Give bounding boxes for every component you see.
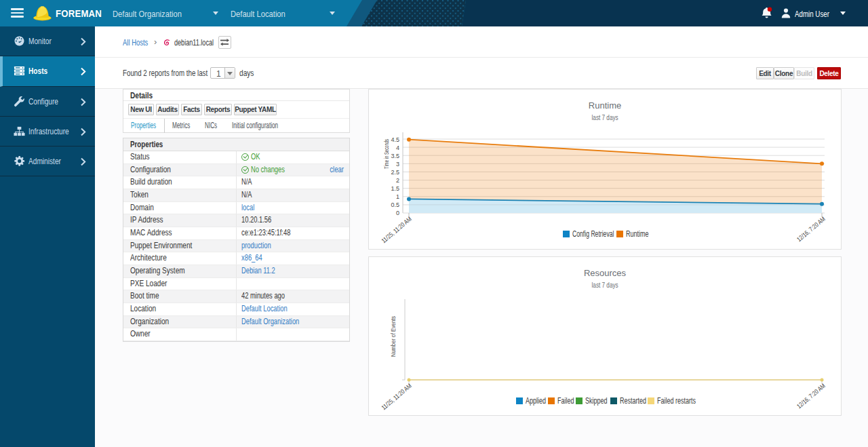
svg-text:3: 3	[396, 161, 399, 168]
svg-text:Number of Events: Number of Events	[390, 316, 397, 357]
svg-text:4: 4	[396, 144, 399, 151]
svg-text:2: 2	[396, 177, 399, 184]
svg-text:3.5: 3.5	[391, 153, 399, 159]
svg-text:0: 0	[396, 210, 399, 216]
svg-text:4.5: 4.5	[391, 136, 399, 143]
svg-text:1.5: 1.5	[391, 185, 399, 192]
svg-text:0.5: 0.5	[391, 201, 399, 208]
svg-text:Time in Seconds: Time in Seconds	[383, 139, 390, 169]
svg-text:1: 1	[396, 193, 399, 200]
svg-text:2.5: 2.5	[391, 169, 399, 176]
